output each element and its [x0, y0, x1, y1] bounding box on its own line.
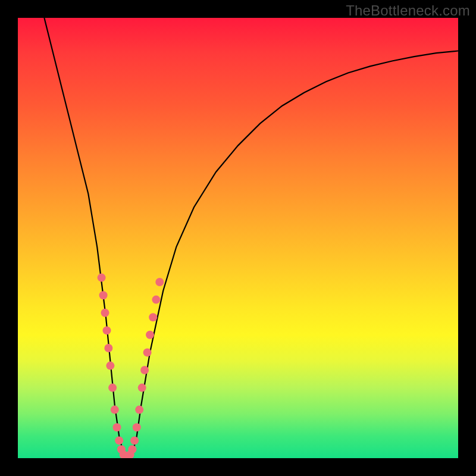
curve-marker: [103, 326, 111, 334]
curve-marker: [143, 348, 152, 356]
curve-marker: [113, 423, 121, 431]
curve-marker: [138, 384, 146, 392]
watermark-text: TheBottleneck.com: [346, 2, 470, 19]
curve-marker: [115, 436, 123, 444]
bottleneck-curve: [18, 18, 458, 458]
curve-marker: [128, 445, 136, 453]
chart-frame: TheBottleneck.com: [0, 0, 476, 476]
curve-marker: [106, 362, 114, 370]
curve-marker: [146, 331, 154, 339]
curve-marker: [108, 384, 117, 392]
curve-marker: [111, 406, 119, 414]
curve-marker: [149, 313, 157, 321]
curve-marker: [98, 274, 106, 282]
curve-marker: [130, 436, 139, 444]
curve-marker: [152, 296, 160, 304]
curve-marker: [99, 291, 108, 299]
plot-area: [18, 18, 458, 458]
curve-marker: [135, 406, 143, 414]
curve-marker: [133, 423, 141, 431]
curve-marker: [104, 344, 112, 352]
curve-marker: [101, 309, 109, 317]
curve-marker: [140, 366, 149, 374]
curve-marker: [155, 278, 164, 286]
